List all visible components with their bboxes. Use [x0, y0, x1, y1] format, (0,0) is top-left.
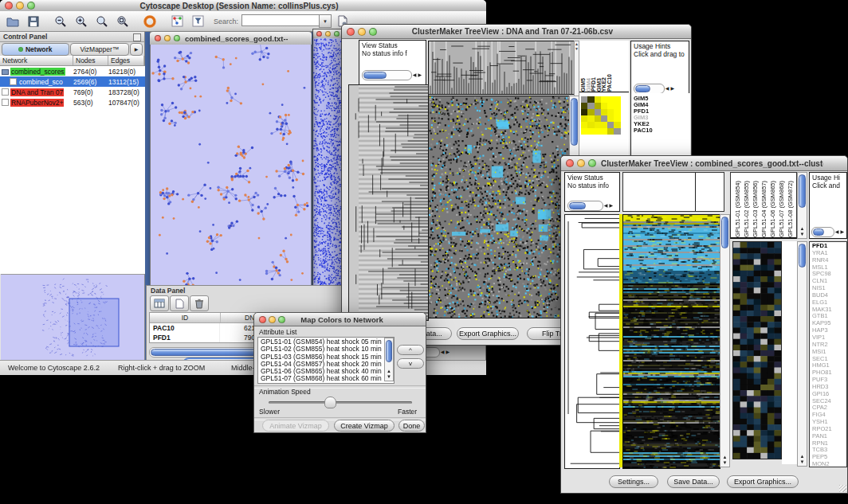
search-label: Search: — [214, 18, 238, 25]
main-heatmap[interactable] — [428, 96, 570, 318]
birdseye-overview[interactable] — [1, 274, 145, 361]
resize-grip[interactable] — [839, 485, 846, 492]
column-tree-area — [622, 172, 724, 212]
float-panel-icon[interactable] — [133, 33, 141, 41]
status-hint-zoom: Right-click + drag to ZOOM — [118, 364, 205, 372]
screen: Cytoscape Desktop (Session Name: collins… — [0, 0, 848, 504]
view-status-hscrollbar[interactable]: ◀▶ — [362, 70, 422, 80]
annotation-icon[interactable] — [188, 13, 207, 29]
help-ring-icon[interactable] — [140, 13, 159, 29]
column-dendrogram[interactable] — [428, 41, 575, 95]
attribute-list: GPL51-01 (GSM854) heat shock 05 minGPL51… — [257, 337, 395, 384]
window-title: Cytoscape Desktop (Session Name: collins… — [40, 2, 438, 10]
search-input[interactable] — [241, 14, 319, 26]
window-controls[interactable] — [561, 159, 601, 167]
done-button[interactable]: Done — [398, 420, 425, 432]
attribute-list-label: Attribute List — [259, 328, 296, 336]
window-controls[interactable] — [342, 28, 382, 36]
row-dendrogram[interactable] — [564, 214, 620, 469]
control-panel-title: Control Panel — [3, 33, 47, 41]
main-heatmap[interactable] — [622, 214, 720, 469]
settings-button[interactable]: Settings... — [609, 475, 658, 488]
window-controls[interactable] — [150, 35, 185, 41]
trash-icon[interactable] — [190, 295, 209, 311]
network-icon — [18, 47, 23, 52]
network-view-title: combined_scores_good.txt--cluste... — [185, 34, 288, 43]
zoom-out-icon[interactable] — [51, 13, 70, 29]
export-graphics-button[interactable]: Export Graphics... — [457, 327, 519, 340]
cytoscape-titlebar[interactable]: Cytoscape Desktop (Session Name: collins… — [0, 0, 486, 12]
close-icon[interactable] — [5, 2, 13, 10]
tab-network[interactable]: Network — [2, 43, 69, 56]
network-table-header: Network Nodes Edges — [0, 56, 145, 66]
faster-label: Faster — [398, 408, 417, 416]
zoom-selected-icon[interactable] — [92, 13, 112, 29]
zoom-column-labels: GPL51-01 (GSM854)GPL51-02 (GSM855)GPL51-… — [730, 172, 797, 239]
control-panel-header: Control Panel — [0, 32, 145, 42]
create-vizmap-button[interactable]: Create Vizmap — [334, 420, 395, 432]
column-label: GPL51-07 (GSM868) — [777, 181, 786, 237]
save-icon[interactable] — [24, 13, 43, 29]
vizmap-icon[interactable] — [167, 13, 186, 29]
network-canvas[interactable] — [151, 45, 311, 287]
column-labels-vscrollbar[interactable]: ▲▼ — [797, 172, 807, 239]
column-label: GPL51-03 (GSM856) — [751, 181, 760, 237]
window-controls[interactable] — [0, 2, 40, 10]
network-item-icon — [2, 88, 9, 96]
network-table-row[interactable]: combined_sco 2569(6) 13112(15) — [0, 76, 145, 87]
control-panel-tabs: Network VizMapper™ ▶ — [0, 42, 145, 56]
column-label: GPL51-04 (GSM857) — [760, 181, 768, 237]
save-data-button[interactable]: Save Data... — [667, 475, 720, 488]
zoom-column-labels: GIM5GIM4PFD1GIM3YKE2PAC10 — [579, 41, 629, 92]
zoom-fit-icon[interactable] — [113, 13, 132, 29]
dialog-titlebar[interactable]: Map Colors to Network — [254, 313, 426, 326]
treeview1-titlebar[interactable]: ClusterMaker TreeView : DNA and Tran 07-… — [342, 25, 691, 39]
minimize-icon[interactable] — [16, 2, 24, 10]
column-label: GPL51-06 (GSM865) — [768, 181, 777, 237]
usage-hints-hscrollbar[interactable]: ◀▶ — [811, 227, 845, 237]
column-label: GPL51-08 (GSM872) — [786, 181, 795, 237]
gene-label[interactable]: MON2 — [812, 461, 846, 467]
row-label: PAC10 — [634, 127, 690, 134]
background-network-window[interactable] — [312, 29, 343, 293]
column-label: GPL51-01 (GSM854) — [733, 181, 742, 237]
export-graphics-button[interactable]: Export Graphics... — [727, 475, 799, 488]
network-table-row[interactable]: combined_scores 2764(0) 16218(0) — [0, 66, 145, 76]
zoom-window-icon[interactable] — [27, 2, 35, 10]
move-up-button[interactable]: ^ — [397, 345, 424, 355]
zoom-heatmap[interactable] — [581, 96, 621, 135]
zoom-row-labels: PFD1YRA1RNR4MSL1SPC98CLN1NIS1BUD4ELG1MAK… — [809, 241, 847, 467]
row-dendrogram[interactable] — [348, 84, 429, 321]
status-hint-middle: Middle- — [231, 364, 255, 372]
network-view-titlebar[interactable]: combined_scores_good.txt--cluste... — [150, 32, 312, 45]
treeview2-title: ClusterMaker TreeView : combined_scores_… — [601, 159, 823, 168]
table-view-icon[interactable] — [150, 295, 169, 311]
network-list-area — [0, 107, 146, 274]
network-view-window: combined_scores_good.txt--cluste... — [150, 32, 312, 288]
treeview1-title: ClusterMaker TreeView : DNA and Tran 07-… — [382, 27, 643, 36]
move-down-button[interactable]: v — [397, 358, 424, 369]
treeview2-titlebar[interactable]: ClusterMaker TreeView : combined_scores_… — [561, 156, 847, 171]
window-controls[interactable] — [254, 316, 290, 323]
zoom-in-icon[interactable] — [72, 13, 91, 29]
zoom-heatmap[interactable] — [732, 241, 782, 459]
search-dropdown-icon[interactable]: ▼ — [319, 14, 332, 28]
map-colors-dialog: Map Colors to Network Attribute List GPL… — [253, 312, 426, 433]
animation-speed-label: Animation Speed — [259, 388, 311, 396]
attribute-item[interactable]: GPL51-07 (GSM868) heat shock 60 min — [261, 375, 394, 382]
heatmap-vscrollbar[interactable]: ▲▼ — [720, 214, 730, 467]
tab-vizmapper[interactable]: VizMapper™ — [70, 43, 130, 56]
animation-speed-slider[interactable] — [269, 401, 412, 404]
view-status-hscrollbar[interactable]: ◀▶ — [567, 201, 614, 211]
gene-list-vscrollbar[interactable]: ▲▼ — [797, 241, 807, 467]
network-table: combined_scores 2764(0) 16218(0) combine… — [0, 66, 146, 107]
network-item-icon — [10, 78, 17, 85]
new-doc-icon[interactable] — [170, 295, 189, 311]
slider-thumb[interactable] — [324, 397, 336, 408]
attribute-list-vscrollbar[interactable]: ▲▼ — [384, 338, 394, 381]
network-table-row[interactable]: DNA and Tran 07 769(0) 183728(0) — [0, 87, 145, 97]
tab-overflow-arrow[interactable]: ▶ — [130, 43, 143, 56]
animate-vizmap-button[interactable]: Animate Vizmap — [262, 420, 329, 432]
network-table-row[interactable]: RNAPuberNov2+ 563(0) 107847(0) — [0, 97, 145, 107]
open-folder-icon[interactable] — [3, 13, 22, 29]
